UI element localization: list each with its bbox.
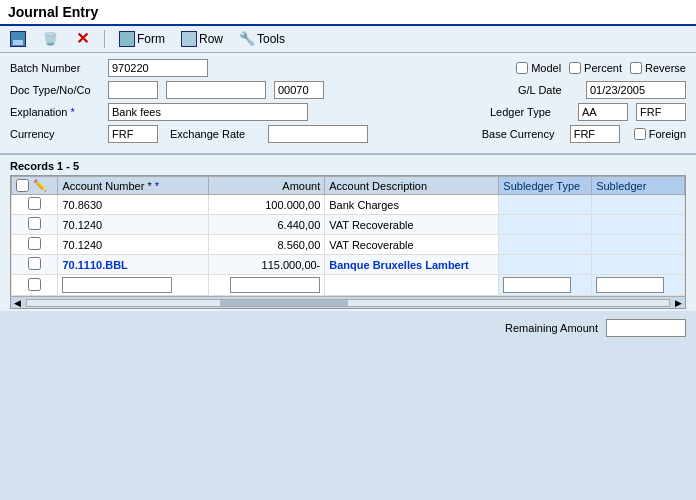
tools-button[interactable]: 🔧 Tools (235, 29, 289, 49)
row-label: Row (199, 32, 223, 46)
currency-input[interactable] (108, 125, 158, 143)
base-currency-label: Base Currency (482, 128, 562, 140)
ledger-type-input2[interactable] (636, 103, 686, 121)
explanation-input[interactable] (108, 103, 308, 121)
row-checkbox[interactable] (28, 278, 41, 291)
model-label: Model (531, 62, 561, 74)
reverse-checkbox-label[interactable]: Reverse (630, 62, 686, 74)
percent-checkbox-label[interactable]: Percent (569, 62, 622, 74)
row-amount[interactable]: 115.000,00- (209, 255, 325, 275)
row-checkbox[interactable] (28, 257, 41, 270)
form-button[interactable]: Form (115, 29, 169, 49)
row-checkbox-cell (12, 235, 58, 255)
header-checkbox-cell: ✏️ (12, 177, 58, 195)
doc-type-input3[interactable] (274, 81, 324, 99)
table-header-row: ✏️ Account Number * Amount Account Descr… (12, 177, 685, 195)
save-icon (10, 31, 26, 47)
row-account[interactable]: 70.1110.BBL (58, 255, 209, 275)
horizontal-scrollbar[interactable]: ◀ ▶ (11, 296, 685, 308)
tools-label: Tools (257, 32, 285, 46)
ledger-type-input1[interactable] (578, 103, 628, 121)
scrollbar-thumb[interactable] (220, 300, 348, 306)
table-container: ✏️ Account Number * Amount Account Descr… (10, 175, 686, 309)
header-account-desc: Account Description (325, 177, 499, 195)
row-checkbox-cell (12, 215, 58, 235)
row-checkbox[interactable] (28, 217, 41, 230)
row-amount[interactable]: 100.000,00 (209, 195, 325, 215)
scroll-left-arrow[interactable]: ◀ (11, 298, 24, 308)
row-subtype[interactable] (499, 195, 592, 215)
header-account-number: Account Number * (58, 177, 209, 195)
base-currency-input[interactable] (570, 125, 620, 143)
model-checkbox-label[interactable]: Model (516, 62, 561, 74)
records-table: ✏️ Account Number * Amount Account Descr… (11, 176, 685, 296)
row-subledger[interactable] (592, 195, 685, 215)
records-title: Records 1 - 5 (10, 157, 686, 175)
remaining-amount-input[interactable] (606, 319, 686, 337)
foreign-label: Foreign (649, 128, 686, 140)
row-button[interactable]: Row (177, 29, 227, 49)
row-desc[interactable]: Banque Bruxelles Lambert (325, 255, 499, 275)
row-subtype[interactable] (499, 235, 592, 255)
cancel-button[interactable]: ✕ (70, 29, 94, 49)
form-label: Form (137, 32, 165, 46)
row-subledger[interactable] (592, 275, 685, 296)
row-checkbox-cell (12, 255, 58, 275)
row-amount[interactable]: 8.560,00 (209, 235, 325, 255)
row-account[interactable] (58, 275, 209, 296)
row-subledger[interactable] (592, 215, 685, 235)
row-checkbox[interactable] (28, 237, 41, 250)
row-desc[interactable]: VAT Recoverable (325, 235, 499, 255)
foreign-checkbox[interactable] (634, 128, 646, 140)
scrollbar-track[interactable] (26, 299, 670, 307)
row-checkbox[interactable] (28, 197, 41, 210)
percent-checkbox[interactable] (569, 62, 581, 74)
edit-icon: ✏️ (33, 179, 47, 192)
model-checkbox[interactable] (516, 62, 528, 74)
row-subledger[interactable] (592, 255, 685, 275)
footer-area: Remaining Amount (0, 311, 696, 345)
foreign-checkbox-label[interactable]: Foreign (634, 128, 686, 140)
percent-label: Percent (584, 62, 622, 74)
batch-number-input[interactable] (108, 59, 208, 77)
doc-type-input2[interactable] (166, 81, 266, 99)
header-subledger-type: Subledger Type (499, 177, 592, 195)
explanation-label: Explanation (10, 106, 100, 118)
row-desc[interactable]: Bank Charges (325, 195, 499, 215)
batch-row: Batch Number Model Percent Reverse (10, 59, 686, 77)
gl-date-label: G/L Date (518, 84, 578, 96)
tools-icon: 🔧 (239, 31, 255, 47)
row-icon (181, 31, 197, 47)
row-subtype[interactable] (499, 255, 592, 275)
row-account[interactable]: 70.8630 (58, 195, 209, 215)
delete-icon: 🗑️ (42, 31, 58, 47)
table-body: 70.8630 100.000,00 Bank Charges 70.1240 … (12, 195, 685, 296)
select-all-checkbox[interactable] (16, 179, 29, 192)
cancel-icon: ✕ (74, 31, 90, 47)
row-desc[interactable] (325, 275, 499, 296)
row-amount[interactable] (209, 275, 325, 296)
row-desc[interactable]: VAT Recoverable (325, 215, 499, 235)
explanation-row: Explanation Ledger Type (10, 103, 686, 121)
page-title: Journal Entry (8, 4, 98, 20)
row-subtype[interactable] (499, 275, 592, 296)
table-row (12, 275, 685, 296)
exchange-rate-input[interactable] (268, 125, 368, 143)
doc-type-input1[interactable] (108, 81, 158, 99)
row-account[interactable]: 70.1240 (58, 215, 209, 235)
save-button[interactable] (6, 29, 30, 49)
ledger-type-label: Ledger Type (490, 106, 570, 118)
table-row: 70.8630 100.000,00 Bank Charges (12, 195, 685, 215)
row-subledger[interactable] (592, 235, 685, 255)
row-amount[interactable]: 6.440,00 (209, 215, 325, 235)
row-subtype[interactable] (499, 215, 592, 235)
header-amount: Amount (209, 177, 325, 195)
delete-button[interactable]: 🗑️ (38, 29, 62, 49)
gl-date-input[interactable] (586, 81, 686, 99)
title-bar: Journal Entry (0, 0, 696, 26)
doc-type-label: Doc Type/No/Co (10, 84, 100, 96)
scroll-right-arrow[interactable]: ▶ (672, 298, 685, 308)
reverse-checkbox[interactable] (630, 62, 642, 74)
row-account[interactable]: 70.1240 (58, 235, 209, 255)
table-row: 70.1240 6.440,00 VAT Recoverable (12, 215, 685, 235)
